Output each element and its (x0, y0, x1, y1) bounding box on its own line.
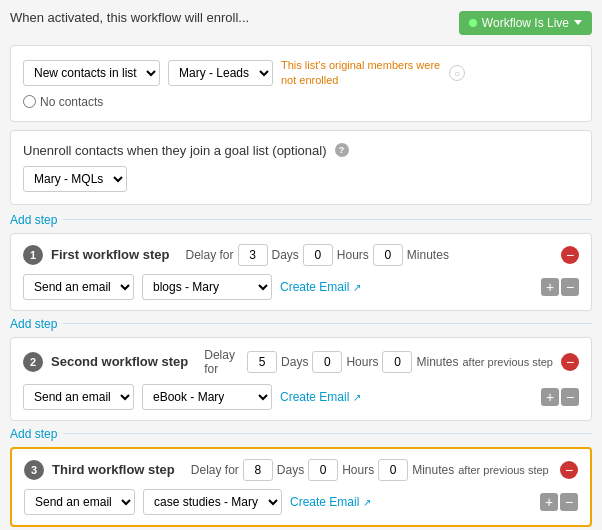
action-select-2[interactable]: Send an email (23, 384, 134, 410)
reorder-buttons-1: +− (541, 278, 579, 296)
workflow-live-button[interactable]: Workflow Is Live (459, 11, 592, 35)
external-link-icon: ↗ (353, 282, 361, 293)
list-select[interactable]: Mary - Leads (168, 60, 273, 86)
after-prev-2: after previous step (463, 356, 554, 368)
delay-group-2: Delay forDaysHoursMinutesafter previous … (204, 348, 553, 376)
days-input-3[interactable] (243, 459, 273, 481)
enroll-title: When activated, this workflow will enrol… (10, 10, 249, 25)
unenroll-help-icon[interactable]: ? (335, 143, 349, 157)
minutes-input-2[interactable] (382, 351, 412, 373)
page-wrapper: When activated, this workflow will enrol… (0, 0, 602, 530)
top-bar: When activated, this workflow will enrol… (10, 10, 592, 35)
move-up-button-3[interactable]: + (540, 493, 558, 511)
remove-step-button-3[interactable]: − (560, 461, 578, 479)
delay-label-3: Delay for (191, 463, 239, 477)
no-contacts-radio[interactable] (23, 95, 36, 108)
move-up-button-2[interactable]: + (541, 388, 559, 406)
delay-label-1: Delay for (185, 248, 233, 262)
step-label-1: First workflow step (51, 247, 169, 262)
unenroll-list-row: Mary - MQLs (23, 166, 579, 192)
enroll-section: New contacts in list Mary - Leads This l… (10, 45, 592, 122)
enroll-row: New contacts in list Mary - Leads This l… (23, 58, 579, 89)
reorder-buttons-2: +− (541, 388, 579, 406)
move-up-button-1[interactable]: + (541, 278, 559, 296)
external-link-icon: ↗ (363, 497, 371, 508)
no-contacts-row: No contacts (23, 95, 579, 109)
unenroll-section: Unenroll contacts when they join a goal … (10, 130, 592, 205)
step-body-1: Send an emailblogs - MaryCreate Email ↗+… (23, 274, 579, 300)
remove-step-button-1[interactable]: − (561, 246, 579, 264)
days-unit-2: Days (281, 355, 308, 369)
remove-step-button-2[interactable]: − (561, 353, 579, 371)
contact-type-select[interactable]: New contacts in list (23, 60, 160, 86)
step-body-2: Send an emaileBook - MaryCreate Email ↗+… (23, 384, 579, 410)
steps-container: Add step1First workflow stepDelay forDay… (10, 213, 592, 530)
minutes-input-1[interactable] (373, 244, 403, 266)
email-select-3[interactable]: case studies - Mary (143, 489, 282, 515)
create-email-link-3[interactable]: Create Email ↗ (290, 495, 371, 509)
step-header-2: 2Second workflow stepDelay forDaysHoursM… (23, 348, 579, 376)
action-select-1[interactable]: Send an email (23, 274, 134, 300)
days-unit-3: Days (277, 463, 304, 477)
step-number-3: 3 (24, 460, 44, 480)
add-step-link[interactable]: Add step (10, 427, 592, 441)
delay-group-1: Delay forDaysHoursMinutes (185, 244, 448, 266)
days-input-2[interactable] (247, 351, 277, 373)
add-step-link[interactable]: Add step (10, 213, 592, 227)
step-body-3: Send an emailcase studies - MaryCreate E… (24, 489, 578, 515)
email-select-1[interactable]: blogs - Mary (142, 274, 272, 300)
unenroll-list-select[interactable]: Mary - MQLs (23, 166, 127, 192)
hours-input-2[interactable] (312, 351, 342, 373)
step-header-1: 1First workflow stepDelay forDaysHoursMi… (23, 244, 579, 266)
create-email-link-1[interactable]: Create Email ↗ (280, 280, 361, 294)
step-number-2: 2 (23, 352, 43, 372)
minutes-unit-2: Minutes (416, 355, 458, 369)
hours-input-3[interactable] (308, 459, 338, 481)
unenroll-title: Unenroll contacts when they join a goal … (23, 143, 327, 158)
external-link-icon: ↗ (353, 392, 361, 403)
enroll-note: This list's original members were not en… (281, 58, 441, 89)
hours-unit-2: Hours (346, 355, 378, 369)
create-email-link-2[interactable]: Create Email ↗ (280, 390, 361, 404)
unenroll-title-row: Unenroll contacts when they join a goal … (23, 143, 579, 158)
step-number-1: 1 (23, 245, 43, 265)
step-label-2: Second workflow step (51, 354, 188, 369)
days-unit-1: Days (272, 248, 299, 262)
no-contacts-label: No contacts (40, 95, 103, 109)
step-box-1: 1First workflow stepDelay forDaysHoursMi… (10, 233, 592, 311)
step-header-3: 3Third workflow stepDelay forDaysHoursMi… (24, 459, 578, 481)
move-down-button-3[interactable]: − (560, 493, 578, 511)
step-box-2: 2Second workflow stepDelay forDaysHoursM… (10, 337, 592, 421)
action-select-3[interactable]: Send an email (24, 489, 135, 515)
reorder-buttons-3: +− (540, 493, 578, 511)
step-label-3: Third workflow step (52, 462, 175, 477)
move-down-button-2[interactable]: − (561, 388, 579, 406)
live-dot-icon (469, 19, 477, 27)
minutes-unit-1: Minutes (407, 248, 449, 262)
days-input-1[interactable] (238, 244, 268, 266)
enroll-info-icon[interactable]: ○ (449, 65, 465, 81)
workflow-live-label: Workflow Is Live (482, 16, 569, 30)
email-select-2[interactable]: eBook - Mary (142, 384, 272, 410)
delay-label-2: Delay for (204, 348, 243, 376)
hours-input-1[interactable] (303, 244, 333, 266)
delay-group-3: Delay forDaysHoursMinutesafter previous … (191, 459, 549, 481)
minutes-input-3[interactable] (378, 459, 408, 481)
step-box-3: 3Third workflow stepDelay forDaysHoursMi… (10, 447, 592, 527)
hours-unit-3: Hours (342, 463, 374, 477)
after-prev-3: after previous step (458, 464, 549, 476)
caret-down-icon (574, 20, 582, 25)
minutes-unit-3: Minutes (412, 463, 454, 477)
hours-unit-1: Hours (337, 248, 369, 262)
add-step-link[interactable]: Add step (10, 317, 592, 331)
move-down-button-1[interactable]: − (561, 278, 579, 296)
